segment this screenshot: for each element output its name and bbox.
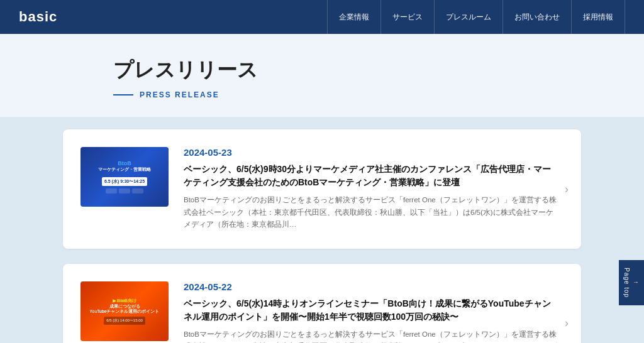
card-1-img-title: マーケティング・営業戦略: [98, 166, 151, 172]
card-1-img-btob: BtoB: [118, 160, 131, 166]
press-card-1[interactable]: BtoB マーケティング・営業戦略 6.5 (水) 9:30〜14:25 202…: [63, 129, 581, 249]
card-2-content: 2024-05-22 ベーシック、6/5(水)14時よりオンラインセミナー「Bt…: [184, 281, 558, 343]
card-2-body: BtoBマーケティングのお困りごとをまるっと解決するサービス「ferret On…: [184, 329, 558, 343]
page-top-arrow: ↑: [633, 281, 640, 285]
press-card-2[interactable]: ▶ BtoB向け 成果につながるYouTubeチャンネル運用のポイント 6/5 …: [63, 264, 581, 343]
card-1-title: ベーシック、6/5(水)9時30分よりマーケメディア社主催のカンファレンス「広告…: [184, 163, 558, 189]
nav-item-recruit[interactable]: 採用情報: [571, 0, 625, 34]
card-1-body: BtoBマーケティングのお困りごとをまるっと解決するサービス「ferret On…: [184, 194, 558, 231]
logo-box-1: [106, 188, 117, 193]
hero-section: プレスリリース PRESS RELEASE: [0, 34, 644, 117]
card-2-img-date: 6/5 (水) 14:00〜15:00: [104, 317, 145, 325]
hero-subtitle: PRESS RELEASE: [113, 90, 644, 99]
card-2-arrow: ›: [565, 317, 569, 330]
main-content: BtoB マーケティング・営業戦略 6.5 (水) 9:30〜14:25 202…: [0, 117, 644, 343]
main-nav: 企業情報 サービス プレスルーム お問い合わせ 採用情報: [327, 0, 625, 34]
nav-item-pressroom[interactable]: プレスルーム: [434, 0, 502, 34]
card-1-content: 2024-05-23 ベーシック、6/5(水)9時30分よりマーケメディア社主催…: [184, 147, 558, 231]
card-2-date: 2024-05-22: [184, 281, 558, 292]
nav-item-company[interactable]: 企業情報: [327, 0, 380, 34]
page-top-label: Page top: [623, 268, 630, 298]
card-2-image: ▶ BtoB向け 成果につながるYouTubeチャンネル運用のポイント 6/5 …: [80, 281, 169, 341]
card-1-image: BtoB マーケティング・営業戦略 6.5 (水) 9:30〜14:25: [80, 147, 169, 207]
logo-box-2: [119, 188, 130, 193]
page-title: プレスリリース: [113, 57, 644, 84]
nav-item-service[interactable]: サービス: [380, 0, 434, 34]
card-1-img-logos: [106, 188, 143, 193]
card-1-date: 2024-05-23: [184, 147, 558, 158]
card-1-img-date: 6.5 (水) 9:30〜14:25: [102, 177, 147, 186]
subtitle-line: [113, 94, 133, 95]
logo: basic: [19, 9, 57, 25]
page-top-button[interactable]: ↑ Page top: [619, 260, 644, 305]
logo-box-3: [132, 188, 143, 193]
card-2-img-title: 成果につながるYouTubeチャンネル運用のポイント: [90, 304, 160, 315]
card-1-arrow: ›: [565, 182, 569, 195]
subtitle-text: PRESS RELEASE: [140, 90, 219, 99]
nav-item-contact[interactable]: お問い合わせ: [502, 0, 571, 34]
header: basic 企業情報 サービス プレスルーム お問い合わせ 採用情報: [0, 0, 644, 34]
card-2-img-tag: ▶ BtoB向け: [113, 298, 136, 304]
card-2-title: ベーシック、6/5(水)14時よりオンラインセミナー「BtoB向け！成果に繋がる…: [184, 297, 558, 324]
